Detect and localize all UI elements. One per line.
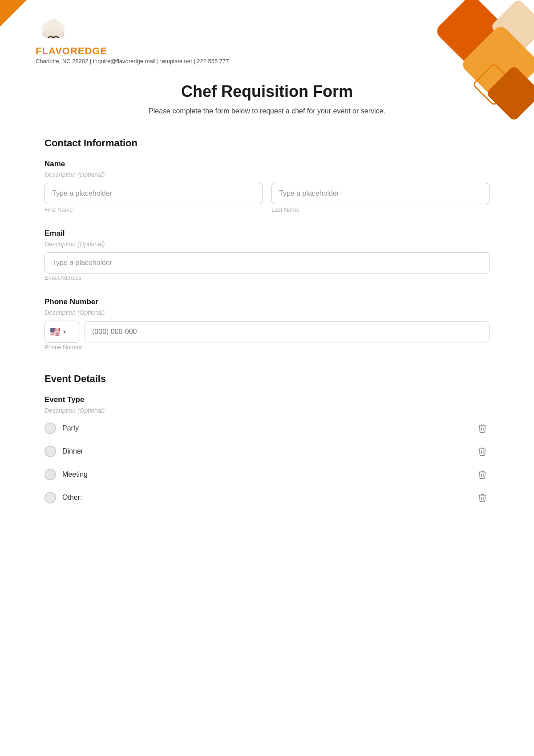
radio-left-meeting: Meeting [44,469,88,480]
event-type-label: Event Type [44,395,490,404]
radio-circle-dinner[interactable] [44,446,56,457]
radio-label-meeting: Meeting [62,470,88,479]
brand-name: FLAVOREDGE [36,45,107,57]
first-name-sublabel: First Name [44,206,263,213]
delete-icon-dinner[interactable] [475,444,490,458]
contact-section: Contact Information Name Description (Op… [44,137,490,351]
last-name-wrapper: Last Name [271,183,490,213]
radio-circle-other[interactable] [44,492,56,503]
radio-option-meeting: Meeting [44,465,490,484]
radio-label-party: Party [62,424,79,432]
radio-option-dinner: Dinner [44,442,490,461]
phone-label: Phone Number [44,298,490,306]
email-field-group: Email Description (Optional) Email Addre… [44,229,490,281]
event-section: Event Details Event Type Description (Op… [44,373,490,507]
header: FLAVOREDGE Charlotte, NC 28202 | inquire… [0,0,534,73]
radio-circle-meeting[interactable] [44,469,56,480]
radio-label-other: Other: [62,494,82,502]
name-input-row: First Name Last Name [44,183,490,213]
contact-section-title: Contact Information [44,137,490,149]
phone-input[interactable] [85,321,490,342]
svg-point-5 [44,28,63,35]
last-name-sublabel: Last Name [271,206,490,213]
name-label: Name [44,160,490,169]
radio-left-dinner: Dinner [44,446,83,457]
radio-left-party: Party [44,422,79,434]
delete-icon-other[interactable] [475,491,490,505]
brand-contact: Charlotte, NC 28202 | inquire@flavoredge… [36,58,229,64]
event-type-field-group: Event Type Description (Optional) Party [44,395,490,507]
phone-description: Description (Optional) [44,309,490,316]
us-flag-icon: 🇺🇸 [49,326,61,337]
event-type-description: Description (Optional) [44,407,490,414]
delete-icon-party[interactable] [475,421,490,435]
logo-icon [36,13,71,44]
radio-circle-party[interactable] [44,422,56,434]
chevron-down-icon: ▾ [63,329,66,335]
first-name-input[interactable] [44,183,263,204]
country-selector[interactable]: 🇺🇸 ▾ [44,321,80,343]
last-name-input[interactable] [271,183,490,204]
delete-icon-meeting[interactable] [475,467,490,482]
radio-option-other: Other: [44,488,490,507]
radio-option-party: Party [44,418,490,438]
form-subtitle: Please complete the form below to reques… [44,107,490,115]
name-description: Description (Optional) [44,171,490,178]
phone-field-group: Phone Number Description (Optional) 🇺🇸 ▾… [44,298,490,351]
email-input[interactable] [44,252,490,273]
first-name-wrapper: First Name [44,183,263,213]
phone-row: 🇺🇸 ▾ [44,321,490,343]
event-section-title: Event Details [44,373,490,385]
name-field-group: Name Description (Optional) First Name L… [44,160,490,213]
email-description: Description (Optional) [44,241,490,248]
email-sublabel: Email Address [44,274,81,281]
radio-label-dinner: Dinner [62,447,83,455]
phone-sublabel: Phone Number [44,344,83,350]
main-content: Chef Requisition Form Please complete th… [0,73,534,550]
logo-area: FLAVOREDGE Charlotte, NC 28202 | inquire… [36,13,229,64]
radio-left-other: Other: [44,492,82,503]
email-label: Email [44,229,490,238]
